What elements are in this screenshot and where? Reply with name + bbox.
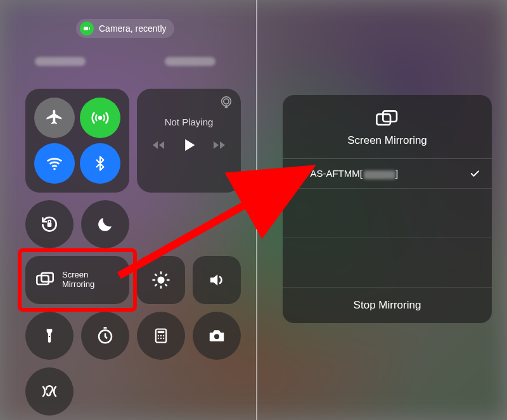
svg-rect-4 — [48, 222, 52, 227]
svg-rect-11 — [158, 331, 165, 333]
svg-point-2 — [222, 97, 231, 106]
privacy-indicator-pill[interactable]: Camera, recently — [76, 19, 174, 38]
video-camera-icon — [83, 25, 91, 32]
svg-point-8 — [49, 336, 50, 337]
svg-point-12 — [158, 335, 159, 336]
svg-point-17 — [163, 338, 164, 339]
volume-slider[interactable] — [193, 256, 241, 304]
airplane-icon — [45, 108, 64, 127]
control-center-panel: Camera, recently Not Playing — [0, 0, 256, 420]
cellular-icon — [91, 108, 110, 127]
calculator-button[interactable] — [137, 312, 185, 360]
moon-icon — [96, 215, 115, 234]
redacted-text — [364, 170, 395, 179]
cellular-data-toggle[interactable] — [80, 98, 120, 138]
camera-icon — [207, 326, 226, 345]
airplay-icon[interactable] — [219, 95, 233, 109]
media-status-label: Not Playing — [165, 117, 214, 127]
hearing-button[interactable] — [25, 367, 74, 416]
svg-point-15 — [158, 338, 159, 339]
svg-point-3 — [224, 99, 229, 104]
bluetooth-icon — [92, 155, 108, 172]
redacted-status — [165, 57, 215, 66]
checkmark-icon — [469, 168, 480, 179]
volume-icon — [207, 270, 226, 290]
rotation-lock-icon — [39, 214, 60, 234]
empty-row — [283, 238, 492, 288]
popup-title: Screen Mirroring — [347, 134, 427, 147]
mirroring-device-row[interactable]: tv AS-AFTMM[] — [283, 159, 492, 189]
screen-mirroring-popup: Screen Mirroring tv AS-AFTMM[] Stop Mirr… — [283, 95, 492, 323]
svg-point-1 — [53, 168, 56, 170]
play-icon[interactable] — [180, 136, 198, 154]
flashlight-toggle[interactable] — [25, 312, 74, 360]
brightness-slider[interactable] — [137, 256, 185, 304]
flashlight-icon — [41, 328, 58, 344]
screen-mirroring-label: Screen Mirroring — [62, 270, 94, 290]
screen-mirroring-popup-panel: Screen Mirroring tv AS-AFTMM[] Stop Mirr… — [257, 0, 507, 420]
timer-button[interactable] — [81, 312, 129, 360]
svg-rect-6 — [41, 273, 53, 282]
brightness-icon — [151, 270, 170, 290]
redacted-time — [35, 57, 86, 66]
empty-row — [283, 189, 492, 238]
camera-indicator-dot — [80, 22, 94, 35]
timer-icon — [96, 326, 115, 345]
screen-mirroring-icon — [34, 269, 56, 291]
screen-mirroring-icon — [375, 109, 400, 128]
previous-track-icon[interactable] — [151, 137, 166, 153]
svg-point-16 — [160, 338, 162, 339]
calculator-icon — [152, 327, 170, 345]
bluetooth-toggle[interactable] — [80, 143, 120, 184]
stop-mirroring-button[interactable]: Stop Mirroring — [283, 288, 492, 323]
hearing-icon — [40, 382, 59, 401]
svg-point-13 — [160, 335, 162, 336]
wifi-icon — [45, 154, 64, 173]
connectivity-cluster[interactable] — [25, 89, 129, 193]
camera-button[interactable] — [193, 312, 241, 360]
media-transport-controls — [151, 136, 227, 154]
do-not-disturb-toggle[interactable] — [81, 200, 129, 248]
rotation-lock-toggle[interactable] — [25, 200, 74, 248]
media-controls-tile[interactable]: Not Playing — [137, 89, 241, 193]
svg-rect-5 — [37, 276, 48, 284]
svg-point-14 — [163, 335, 164, 336]
wifi-toggle[interactable] — [34, 143, 75, 184]
airplay-audio-icon — [219, 95, 233, 109]
privacy-indicator-text: Camera, recently — [99, 23, 167, 34]
airplane-mode-toggle[interactable] — [34, 98, 75, 138]
svg-point-0 — [99, 117, 101, 119]
next-track-icon[interactable] — [212, 137, 227, 153]
mirroring-device-name: AS-AFTMM[] — [310, 168, 398, 179]
svg-point-18 — [214, 334, 219, 339]
popup-header: Screen Mirroring — [283, 95, 492, 159]
apple-tv-badge: tv — [294, 169, 304, 178]
screen-mirroring-button[interactable]: Screen Mirroring — [25, 256, 129, 304]
svg-point-7 — [157, 276, 164, 283]
